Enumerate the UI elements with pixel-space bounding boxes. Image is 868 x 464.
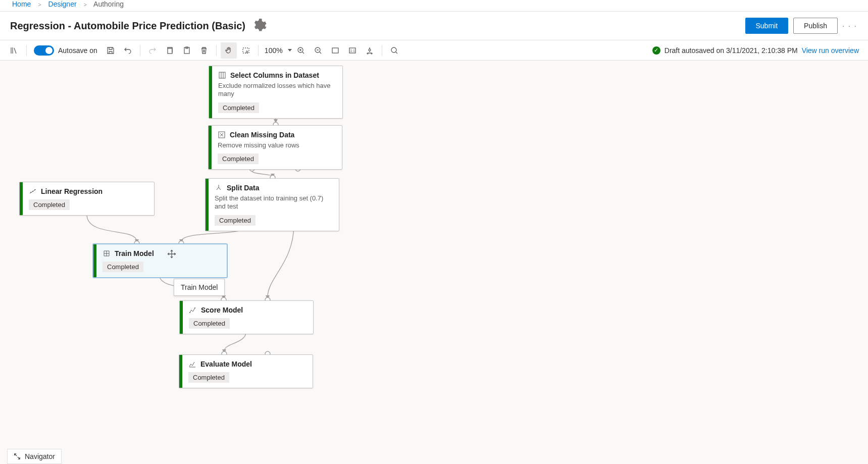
svg-point-30: [32, 191, 33, 192]
train-icon: [103, 249, 111, 257]
chevron-right-icon: >: [84, 2, 87, 8]
node-split-data[interactable]: Split Data Split the dataset into traini…: [205, 178, 339, 231]
breadcrumb-home[interactable]: Home: [12, 0, 31, 8]
more-button[interactable]: · · ·: [842, 18, 858, 34]
svg-rect-27: [219, 72, 225, 78]
fit-icon: [331, 46, 339, 55]
search-button[interactable]: [386, 42, 402, 59]
node-status: Completed: [215, 215, 256, 226]
node-description: Split the dataset into training set (0.7…: [215, 194, 333, 211]
toolbar: Autosave on 100% 1:1 ✓: [0, 40, 868, 61]
svg-point-31: [34, 189, 35, 190]
check-circle-icon: ✓: [652, 46, 660, 55]
pan-button[interactable]: [221, 42, 237, 59]
fit-screen-button[interactable]: [327, 42, 343, 59]
node-title-label: Evaluate Model: [200, 360, 252, 368]
redo-button[interactable]: [144, 42, 161, 59]
node-linear-regression[interactable]: Linear Regression Completed: [19, 182, 155, 216]
clean-icon: [218, 131, 226, 139]
publish-button[interactable]: Publish: [793, 18, 838, 34]
redo-icon: [148, 46, 157, 55]
asset-library-button[interactable]: [6, 42, 22, 59]
autosave-status: Draft autosaved on 3/11/2021, 2:10:38 PM: [665, 46, 798, 55]
svg-rect-6: [332, 48, 338, 53]
zoom-out-button[interactable]: [310, 42, 326, 59]
move-cursor-icon: [167, 249, 176, 259]
settings-button[interactable]: [252, 19, 267, 33]
node-description: Exclude normalized losses which have man…: [218, 82, 336, 98]
node-score-model[interactable]: Score Model Completed: [179, 300, 314, 334]
node-evaluate-model[interactable]: Evaluate Model Completed: [179, 354, 313, 388]
save-button[interactable]: [103, 42, 119, 59]
copy-icon: [166, 46, 174, 55]
node-description: Remove missing value rows: [218, 141, 336, 149]
node-clean-missing-data[interactable]: Clean Missing Data Remove missing value …: [208, 125, 342, 170]
svg-point-32: [189, 312, 190, 313]
chevron-right-icon: >: [38, 2, 41, 8]
layout-icon: [366, 46, 374, 55]
svg-point-29: [30, 192, 31, 193]
svg-text:1:1: 1:1: [350, 49, 355, 53]
zoom-level[interactable]: 100%: [263, 46, 285, 55]
search-icon: [390, 46, 398, 55]
breadcrumb: Home > Designer > Authoring: [0, 0, 868, 12]
navigator-button[interactable]: Navigator: [7, 449, 62, 464]
select-button[interactable]: [238, 42, 254, 59]
expand-icon: [14, 453, 21, 460]
node-select-columns[interactable]: Select Columns in Dataset Exclude normal…: [209, 66, 343, 119]
auto-layout-button[interactable]: [362, 42, 378, 59]
autosave-toggle[interactable]: [34, 45, 54, 56]
svg-rect-0: [168, 48, 172, 54]
title-bar: Regression - Automobile Price Prediction…: [0, 12, 868, 40]
breadcrumb-current: Authoring: [93, 0, 124, 8]
view-run-overview-link[interactable]: View run overview: [802, 46, 859, 55]
autosave-label: Autosave on: [58, 46, 97, 55]
page-title: Regression - Automobile Price Prediction…: [10, 20, 245, 32]
ellipsis-icon: · · ·: [842, 22, 857, 30]
actual-size-button[interactable]: 1:1: [344, 42, 361, 59]
node-title-label: Clean Missing Data: [230, 131, 294, 139]
split-icon: [215, 184, 223, 192]
copy-button[interactable]: [162, 42, 178, 59]
submit-button[interactable]: Submit: [745, 18, 789, 34]
node-title-label: Select Columns in Dataset: [230, 71, 319, 79]
chevron-down-icon[interactable]: [288, 49, 292, 51]
node-status: Completed: [189, 318, 230, 329]
node-status: Completed: [218, 102, 259, 113]
gear-icon: [252, 19, 267, 33]
node-train-model[interactable]: Train Model Completed: [93, 244, 227, 278]
selection-icon: [242, 46, 250, 55]
node-title-label: Train Model: [115, 249, 154, 257]
tooltip: Train Model: [174, 279, 225, 296]
save-icon: [107, 46, 115, 55]
undo-icon: [124, 46, 132, 55]
trash-icon: [200, 46, 208, 55]
node-status: Completed: [218, 153, 259, 164]
actual-size-icon: 1:1: [348, 46, 356, 55]
node-status: Completed: [188, 372, 229, 383]
svg-point-9: [391, 47, 396, 53]
node-title-label: Score Model: [201, 306, 243, 314]
svg-point-33: [194, 307, 195, 308]
delete-button[interactable]: [196, 42, 212, 59]
library-icon: [10, 46, 18, 55]
node-status: Completed: [103, 262, 143, 272]
tooltip-text: Train Model: [181, 283, 218, 291]
pipeline-canvas[interactable]: Select Columns in Dataset Exclude normal…: [0, 61, 868, 464]
navigator-label: Navigator: [25, 452, 55, 460]
columns-icon: [218, 71, 226, 79]
breadcrumb-designer[interactable]: Designer: [48, 0, 77, 8]
zoom-out-icon: [314, 46, 322, 55]
paste-icon: [183, 46, 191, 55]
zoom-in-button[interactable]: [293, 42, 309, 59]
node-title-label: Split Data: [227, 184, 260, 192]
hand-icon: [225, 46, 233, 55]
evaluate-icon: [188, 360, 196, 368]
zoom-in-icon: [297, 46, 305, 55]
regression-icon: [29, 187, 37, 195]
undo-button[interactable]: [120, 42, 136, 59]
paste-button[interactable]: [179, 42, 195, 59]
score-icon: [189, 306, 197, 314]
node-title-label: Linear Regression: [41, 187, 103, 195]
node-status: Completed: [29, 199, 70, 210]
